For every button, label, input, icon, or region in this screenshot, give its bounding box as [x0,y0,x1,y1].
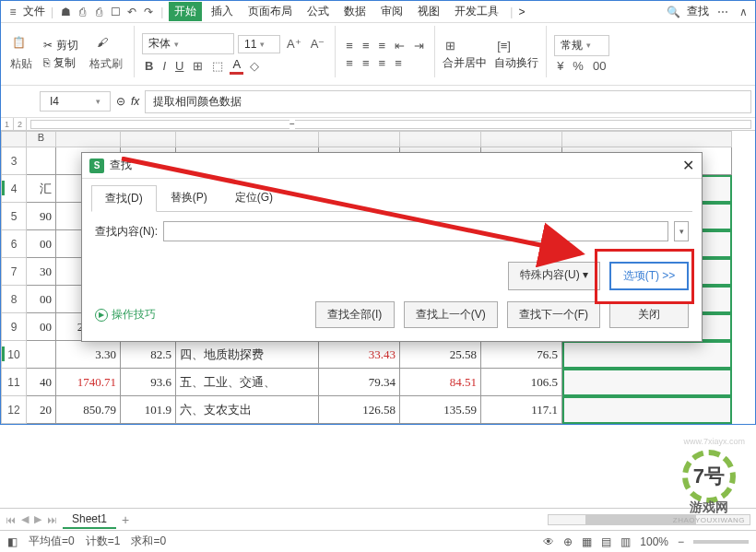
copy-icon[interactable]: ⎘ [43,56,50,69]
tab-review[interactable]: 审阅 [375,2,408,21]
zoom-slider[interactable] [693,540,749,544]
cell[interactable]: 33.43 [319,341,400,369]
underline-button[interactable]: U [172,58,186,74]
align-right-icon[interactable]: ≡ [376,55,389,71]
preview-icon[interactable]: ☐ [109,6,122,18]
cell[interactable]: 850.79 [56,396,121,424]
row-header[interactable]: 6 [1,230,27,258]
tab-nav-next-icon[interactable]: ▶ [34,513,41,525]
shrink-font-icon[interactable]: A⁻ [308,36,328,52]
menu-search[interactable]: 查找 [687,4,709,19]
font-color-icon[interactable]: A [230,56,243,75]
cut-icon[interactable]: ✂ [43,39,53,52]
zoom-icon[interactable]: ⊝ [116,95,125,108]
cell[interactable]: 84.51 [400,369,481,396]
tab-formula[interactable]: 公式 [301,2,335,21]
row-header[interactable]: 8 [1,286,27,313]
font-select[interactable]: 宋体▾ [142,33,234,54]
zoom-out-icon[interactable]: − [678,535,684,548]
cell[interactable]: 五、工业、交通、 [176,369,319,396]
special-button[interactable]: 特殊内容(U) ▾ [508,262,600,290]
currency-icon[interactable]: ¥ [554,58,566,74]
tab-data[interactable]: 数据 [338,2,372,21]
select-all-corner[interactable] [1,131,27,147]
row-header[interactable]: 11 [1,369,27,396]
collapse-icon[interactable]: ∧ [737,6,750,18]
close-button[interactable]: 关闭 [609,301,689,328]
col-header[interactable]: B [27,131,56,147]
sheet-tab[interactable]: Sheet1 [63,511,116,529]
find-all-button[interactable]: 查找全部(I) [315,301,395,328]
cell[interactable]: 30 [27,258,56,286]
cell[interactable]: 00 [27,230,56,258]
home-icon[interactable]: ☗ [59,6,72,18]
cell[interactable]: 00 [27,286,56,313]
cell[interactable]: 82.5 [121,341,176,369]
hamburger-icon[interactable]: ≡ [6,6,19,18]
row-header[interactable]: 5 [1,203,27,230]
grow-font-icon[interactable]: A⁺ [284,36,304,52]
cell[interactable] [27,147,56,175]
name-box[interactable]: I4▾ [40,91,111,112]
cell[interactable] [562,396,732,424]
add-sheet-icon[interactable]: + [122,512,129,527]
tab-dev[interactable]: 开发工具 [449,2,504,21]
dialog-tab-replace[interactable]: 替换(P) [157,184,221,211]
undo-icon[interactable]: ↶ [125,6,138,18]
percent-icon[interactable]: % [570,58,586,74]
overflow-icon[interactable]: ⋯ [716,6,729,18]
find-input[interactable] [163,221,668,241]
col-header[interactable] [176,131,319,147]
cell[interactable]: 1740.71 [56,369,121,396]
bold-button[interactable]: B [142,58,156,74]
find-prev-button[interactable]: 查找上一个(V) [404,301,498,328]
merge-icon[interactable]: ⊞ [443,38,458,53]
cell[interactable] [27,341,56,369]
tips-link[interactable]: 操作技巧 [112,307,156,323]
format-painter-button[interactable]: 🖌 格式刷 [86,34,126,74]
border-icon[interactable]: ⊞ [190,58,206,74]
tab-insert[interactable]: 插入 [206,2,239,21]
dialog-tab-goto[interactable]: 定位(G) [221,184,287,211]
cell[interactable] [562,341,732,369]
cell[interactable]: 79.34 [319,369,400,396]
cell[interactable]: 25.58 [400,341,481,369]
align-bot-icon[interactable]: ≡ [376,38,389,53]
search-icon[interactable]: 🔍 [667,6,679,18]
cell[interactable]: 3.30 [56,341,121,369]
col-header[interactable] [562,131,732,147]
cell[interactable]: 20 [27,396,56,424]
col-header[interactable] [121,131,176,147]
cell[interactable]: 90 [27,203,56,230]
align-top-icon[interactable]: ≡ [343,38,356,53]
size-select[interactable]: 11▾ [238,35,280,53]
view-eye-icon[interactable]: 👁 [543,535,554,548]
cut-button[interactable]: 剪切 [56,38,78,53]
cell[interactable]: 135.59 [400,396,481,424]
dialog-tab-find[interactable]: 查找(D) [91,185,157,212]
number-format-select[interactable]: 常规▾ [554,35,609,56]
close-icon[interactable]: ✕ [682,157,694,174]
zoom-label[interactable]: 100% [640,535,668,548]
wrap-button[interactable]: 自动换行 [494,55,538,71]
menu-file[interactable]: 文件 [23,4,45,19]
cell[interactable]: 126.58 [319,396,400,424]
tab-nav-prev-icon[interactable]: ◀ [21,513,29,525]
cell[interactable]: 00 [27,313,56,341]
merge-button[interactable]: 合并居中 [443,55,487,71]
tab-nav-last-icon[interactable]: ⏭ [47,514,57,525]
find-next-button[interactable]: 查找下一个(F) [507,301,600,328]
tab-start[interactable]: 开始 [169,2,202,21]
print-icon[interactable]: ⎙ [92,6,105,18]
decimal-icon[interactable]: 00 [590,58,608,74]
options-button[interactable]: 选项(T) >> [609,262,689,290]
row-header[interactable]: 9 [1,313,27,341]
copy-button[interactable]: 复制 [53,55,76,71]
fx-label[interactable]: fx [131,95,139,108]
col-header[interactable] [400,131,481,147]
row-header[interactable]: 10 [1,341,27,369]
align-just-icon[interactable]: ≡ [392,55,405,71]
align-left-icon[interactable]: ≡ [343,55,356,71]
cell[interactable] [562,369,732,396]
formula-input[interactable]: 提取相同颜色数据 [145,90,751,113]
